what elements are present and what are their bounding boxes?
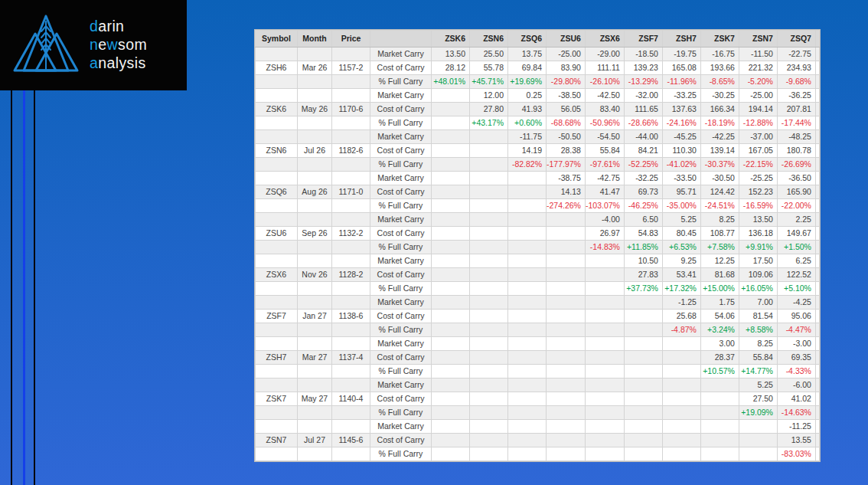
- carry-value-cell: -36.50: [777, 172, 815, 185]
- pct-value-cell: -35.00%: [662, 199, 700, 213]
- carry-value-cell: [547, 213, 586, 227]
- table-row-zsf7-pct: % Full Carry-4.87%+3.24%+8.58%-4.47%: [256, 323, 820, 337]
- carry-value-cell: [585, 420, 624, 434]
- spacer-cell: [815, 323, 819, 337]
- carry-value-cell: [432, 378, 470, 392]
- spacer-cell: [815, 310, 819, 323]
- table-row-zsf7-cost: ZSF7Jan 271138-6Cost of Carry25.6854.068…: [256, 310, 820, 323]
- spacer-cell: [815, 116, 819, 130]
- column-header-blank: [370, 31, 432, 48]
- decor-line-black-left: [11, 90, 12, 485]
- carry-value-cell: 0.25: [508, 89, 547, 103]
- carry-value-cell: 28.12: [432, 61, 470, 75]
- carry-value-cell: [547, 378, 586, 392]
- carry-value-cell: [547, 392, 586, 406]
- carry-value-cell: 26.97: [585, 227, 624, 241]
- carry-value-cell: [624, 420, 662, 434]
- spacer-cell: [815, 199, 819, 213]
- carry-value-cell: [470, 310, 508, 323]
- carry-value-cell: -4.00: [585, 213, 624, 227]
- symbol-cell: ZSQ6: [256, 185, 298, 199]
- page: darinnewsomanalysis SymbolMonthPriceZSK6…: [0, 0, 868, 485]
- column-header-symbol: Symbol: [256, 31, 298, 48]
- pct-value-cell: [624, 406, 662, 420]
- carry-value-cell: -33.25: [662, 89, 700, 103]
- carry-value-cell: [508, 296, 547, 310]
- logo-letter: e: [98, 36, 106, 53]
- carry-value-cell: -30.25: [700, 89, 739, 103]
- carry-value-cell: -36.25: [777, 89, 815, 103]
- table-row-zsu6-pct: % Full Carry-14.83%+11.85%+6.53%+7.58%+9…: [256, 241, 820, 254]
- pct-value-cell: [432, 282, 470, 296]
- carry-value-cell: -16.75: [700, 48, 739, 61]
- month-cell: Nov 26: [298, 268, 332, 282]
- pct-value-cell: -68.68%: [547, 116, 586, 130]
- carry-value-cell: 108.77: [700, 227, 739, 241]
- table-row-zsk6-pct: % Full Carry+43.17%+0.60%-68.68%-50.96%-…: [256, 116, 820, 130]
- carry-value-cell: [624, 434, 662, 447]
- month-cell: Jan 27: [298, 310, 332, 323]
- spacer-cell: [815, 351, 819, 365]
- carry-value-cell: 207.81: [777, 103, 815, 116]
- pct-value-cell: [470, 158, 508, 172]
- price-cell: 1138-6: [332, 310, 370, 323]
- carry-value-cell: [432, 392, 470, 406]
- carry-value-cell: [547, 254, 586, 268]
- carry-value-cell: [432, 337, 470, 351]
- carry-value-cell: 80.45: [662, 227, 700, 241]
- carry-value-cell: [470, 337, 508, 351]
- spacer-cell: [815, 337, 819, 351]
- price-cell: [332, 323, 370, 337]
- carry-value-cell: [624, 392, 662, 406]
- month-cell: May 26: [298, 103, 332, 116]
- price-cell: 1132-2: [332, 227, 370, 241]
- pct-value-cell: [470, 323, 508, 337]
- carry-value-cell: 27.50: [739, 392, 777, 406]
- pct-value-cell: +19.09%: [739, 406, 777, 420]
- table-row-zsq6-pct: % Full Carry-274.26%-103.07%-46.25%-35.0…: [256, 199, 820, 213]
- carry-value-cell: [432, 185, 470, 199]
- pct-value-cell: +14.77%: [739, 365, 777, 378]
- row-label: Market Carry: [370, 420, 432, 434]
- pct-value-cell: [470, 365, 508, 378]
- row-label: Market Carry: [370, 213, 432, 227]
- price-cell: 1171-0: [332, 185, 370, 199]
- carry-value-cell: [547, 227, 586, 241]
- symbol-cell: [256, 89, 298, 103]
- row-label: Cost of Carry: [370, 434, 432, 447]
- carry-value-cell: [432, 172, 470, 185]
- carry-value-cell: [432, 144, 470, 158]
- symbol-cell: [256, 116, 298, 130]
- table-row-zsu6-market: Market Carry-4.006.505.258.2513.502.25: [256, 213, 820, 227]
- price-cell: [332, 406, 370, 420]
- carry-value-cell: 149.67: [777, 227, 815, 241]
- pct-value-cell: [432, 406, 470, 420]
- carry-value-cell: [508, 268, 547, 282]
- spacer-cell: [815, 48, 819, 61]
- symbol-cell: ZSH7: [256, 351, 298, 365]
- pct-value-cell: -16.59%: [739, 199, 777, 213]
- spacer-cell: [815, 378, 819, 392]
- carry-value-cell: [470, 254, 508, 268]
- carry-value-cell: -54.50: [585, 130, 624, 144]
- column-header-zsx6: ZSX6: [585, 31, 624, 48]
- carry-value-cell: [508, 378, 547, 392]
- symbol-cell: [256, 158, 298, 172]
- carry-value-cell: -29.00: [585, 48, 624, 61]
- symbol-cell: [256, 420, 298, 434]
- row-label: % Full Carry: [370, 282, 432, 296]
- carry-value-cell: 95.71: [662, 185, 700, 199]
- table-row-zsn7-pct: % Full Carry-83.03%: [256, 447, 820, 461]
- carry-value-cell: -25.00: [547, 48, 586, 61]
- symbol-cell: ZSX6: [256, 268, 298, 282]
- carry-value-cell: [432, 420, 470, 434]
- month-cell: [298, 296, 332, 310]
- carry-value-cell: 1.75: [700, 296, 739, 310]
- carry-value-cell: -42.75: [585, 172, 624, 185]
- pct-value-cell: -4.47%: [777, 323, 815, 337]
- month-cell: [298, 75, 332, 89]
- carry-value-cell: [585, 434, 624, 447]
- carry-value-cell: [470, 296, 508, 310]
- carry-value-cell: 167.05: [739, 144, 777, 158]
- carry-value-cell: -11.75: [508, 130, 547, 144]
